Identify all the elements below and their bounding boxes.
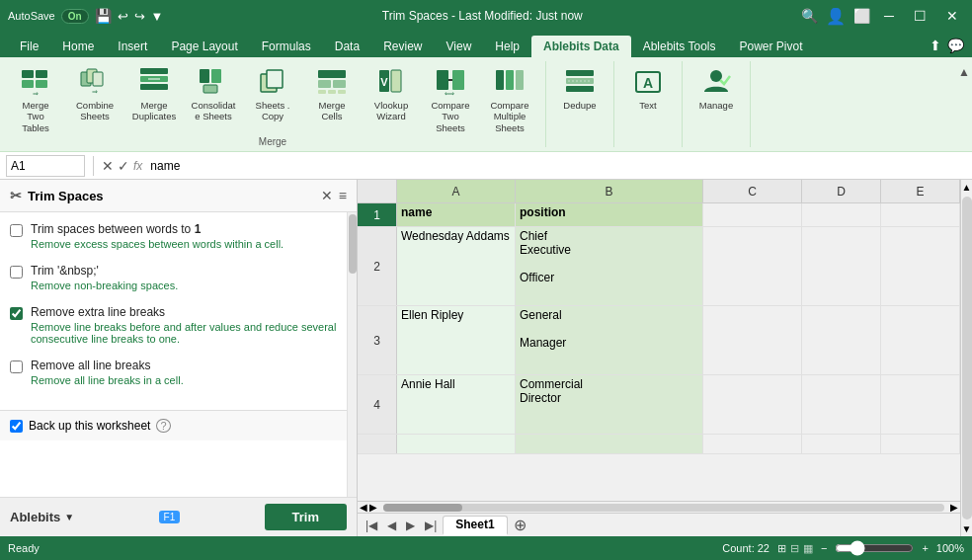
manage-button[interactable]: Manage (690, 61, 742, 130)
cell-e3[interactable] (881, 306, 960, 374)
panel-scrollbar-thumb[interactable] (349, 214, 357, 274)
share-button[interactable]: ⬆ (930, 38, 941, 53)
option-extra-linebreaks-checkbox[interactable] (10, 307, 23, 320)
tab-insert[interactable]: Insert (106, 36, 159, 57)
sheet-nav-prev[interactable]: ◀ (383, 517, 400, 534)
scroll-right2-button[interactable]: ▶ (950, 502, 958, 513)
cell-e5[interactable] (881, 435, 960, 453)
search-button[interactable]: 🔍 (801, 8, 818, 24)
account-button[interactable]: 👤 (826, 7, 846, 26)
cell-c4[interactable] (703, 375, 802, 434)
cell-d5[interactable] (802, 435, 881, 453)
tab-power-pivot[interactable]: Power Pivot (728, 36, 815, 57)
scroll-up-button[interactable]: ▲ (960, 180, 972, 195)
backup-worksheet-checkbox[interactable] (10, 420, 23, 433)
ribbon-display-button[interactable]: ⬜ (853, 8, 870, 24)
tab-ablebits-tools[interactable]: Ablebits Tools (631, 36, 728, 57)
cell-c2[interactable] (703, 227, 802, 305)
sheet-nav-next[interactable]: ▶ (402, 517, 419, 534)
cell-d4[interactable] (802, 375, 881, 434)
cell-d2[interactable] (802, 227, 881, 305)
trim-panel-close-button[interactable]: ✕ (321, 188, 333, 203)
consolidate-sheets-button[interactable]: ↓ Consolidate Sheets (186, 61, 241, 130)
cell-b4[interactable]: CommercialDirector (516, 375, 703, 434)
cell-d1[interactable] (802, 203, 881, 226)
dedupe-button[interactable]: Dedupe (554, 61, 606, 130)
option-all-linebreaks-checkbox[interactable] (10, 360, 23, 373)
tab-view[interactable]: View (435, 36, 484, 57)
tab-file[interactable]: File (8, 36, 50, 57)
col-header-e[interactable]: E (881, 180, 960, 202)
f1-badge[interactable]: F1 (159, 511, 181, 523)
cell-b1[interactable]: position (516, 203, 703, 226)
cell-d3[interactable] (802, 306, 881, 374)
minimize-button[interactable]: ─ (878, 6, 900, 26)
cancel-formula-button[interactable]: ✕ (102, 158, 114, 174)
cell-a3[interactable]: Ellen Ripley (397, 306, 516, 374)
ablebits-logo[interactable]: Ablebits ▼ (10, 510, 74, 524)
tab-page-layout[interactable]: Page Layout (159, 36, 249, 57)
cell-c3[interactable] (703, 306, 802, 374)
scroll-left-button[interactable]: ◀ (360, 502, 367, 513)
ablebits-chevron[interactable]: ▼ (64, 512, 74, 522)
vertical-scrollbar[interactable]: ▲ ▼ (960, 180, 972, 536)
normal-view-icon[interactable]: ⊞ (777, 542, 786, 555)
text-button[interactable]: A Text (622, 61, 674, 130)
add-sheet-button[interactable]: ⊕ (510, 516, 530, 534)
col-header-a[interactable]: A (397, 180, 516, 202)
option-nbsp-checkbox[interactable] (10, 266, 23, 279)
cell-c1[interactable] (703, 203, 802, 226)
page-break-view-icon[interactable]: ▦ (803, 542, 813, 555)
zoom-in-button[interactable]: + (922, 542, 928, 554)
tab-review[interactable]: Review (371, 36, 434, 57)
formula-input[interactable] (146, 159, 966, 173)
cell-e1[interactable] (881, 203, 960, 226)
sheet-nav-first[interactable]: |◀ (362, 517, 381, 534)
col-header-d[interactable]: D (802, 180, 881, 202)
cell-e2[interactable] (881, 227, 960, 305)
close-button[interactable]: ✕ (940, 6, 964, 26)
col-header-b[interactable]: B (516, 180, 703, 202)
merge-cells-button[interactable]: Merge Cells (304, 61, 360, 130)
zoom-out-button[interactable]: − (821, 542, 827, 554)
trim-panel-expand-button[interactable]: ≡ (339, 188, 347, 203)
page-layout-view-icon[interactable]: ⊟ (790, 542, 799, 555)
cell-a4[interactable]: Annie Hall (397, 375, 516, 434)
col-header-c[interactable]: C (703, 180, 802, 202)
cell-b5[interactable] (516, 435, 703, 453)
tab-formulas[interactable]: Formulas (250, 36, 323, 57)
name-box[interactable] (6, 155, 85, 177)
cell-c5[interactable] (703, 435, 802, 453)
cell-a2[interactable]: Wednesday Addams (397, 227, 516, 305)
help-icon[interactable]: ? (156, 419, 170, 433)
trim-button[interactable]: Trim (265, 504, 347, 530)
comments-button[interactable]: 💬 (947, 38, 964, 53)
tab-ablebits-data[interactable]: Ablebits Data (531, 36, 631, 57)
undo-button[interactable]: ↩ (118, 9, 128, 24)
option-trim-spaces-checkbox[interactable] (10, 224, 23, 237)
compare-two-sheets-button[interactable]: ⟺ Compare Two Sheets (423, 61, 478, 130)
tab-home[interactable]: Home (50, 36, 106, 57)
confirm-formula-button[interactable]: ✓ (118, 158, 129, 174)
combine-sheets-button[interactable]: ⇒ Combine Sheets (67, 61, 122, 130)
customize-button[interactable]: ▼ (151, 9, 164, 24)
h-scroll-bar[interactable]: ◀ ▶ ▶ (358, 501, 960, 513)
save-button[interactable]: 💾 (95, 8, 112, 24)
cell-b3[interactable]: GeneralManager (516, 306, 703, 374)
cell-a5[interactable] (397, 435, 516, 453)
sheet-tab-sheet1[interactable]: Sheet1 (443, 516, 507, 535)
sheets-copy-button[interactable]: Sheets . Copy (245, 61, 300, 130)
redo-button[interactable]: ↪ (134, 9, 145, 24)
vlookup-wizard-button[interactable]: V Vlookup Wizard (364, 61, 419, 130)
cell-e4[interactable] (881, 375, 960, 434)
cell-a1[interactable]: name (397, 203, 516, 226)
ribbon-collapse-button[interactable]: ▲ (958, 65, 970, 79)
merge-two-tables-button[interactable]: ⇒ Merge Two Tables (8, 61, 63, 130)
tab-help[interactable]: Help (483, 36, 531, 57)
zoom-slider[interactable] (835, 540, 914, 556)
cell-b2[interactable]: ChiefExecutiveOfficer (516, 227, 703, 305)
panel-scrollbar[interactable] (347, 212, 357, 497)
scroll-right-button[interactable]: ▶ (369, 502, 377, 513)
sheet-nav-last[interactable]: ▶| (421, 517, 441, 534)
compare-multiple-sheets-button[interactable]: Compare Multiple Sheets (482, 61, 537, 130)
